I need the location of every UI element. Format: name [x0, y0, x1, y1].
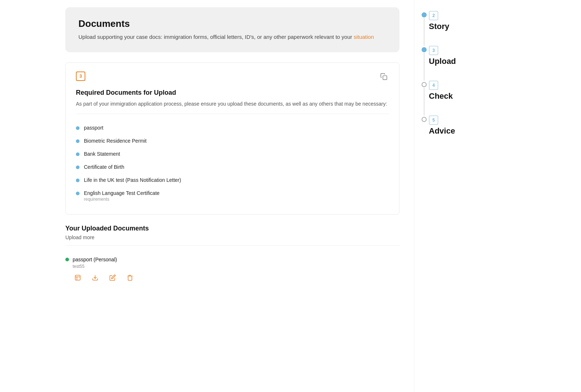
step-number-story: 2 — [429, 11, 438, 20]
doc-name-with-sub: English Language Test Certificate requir… — [84, 190, 159, 202]
step-number-check: 4 — [429, 81, 438, 90]
step-dot-upload — [422, 47, 427, 52]
documents-title: Documents — [78, 18, 386, 29]
uploaded-doc-name: passport (Personal) — [73, 257, 117, 262]
documents-description: Upload supporting your case docs: immigr… — [78, 33, 386, 41]
required-docs-description: As part of your immigration application … — [76, 100, 389, 114]
step-label-check: Check — [429, 91, 453, 101]
required-documents-section: 3 Required Documents for Upload As part … — [65, 62, 399, 215]
uploaded-doc-item: passport (Personal) test55 — [65, 252, 399, 288]
doc-name: Certificate of Birth — [84, 164, 124, 170]
doc-name: Life in the UK test (Pass Notification L… — [84, 177, 181, 183]
required-documents-list: passport Biometric Residence Permit Bank… — [76, 121, 389, 205]
sidebar-step-check[interactable]: 4 Check — [422, 73, 487, 108]
list-item: Certificate of Birth — [76, 160, 389, 173]
main-content: Documents Upload supporting your case do… — [0, 0, 414, 392]
sidebar-step-story[interactable]: 2 Story — [422, 4, 487, 38]
documents-header-card: Documents Upload supporting your case do… — [65, 7, 399, 52]
section-header: 3 — [76, 72, 389, 82]
step-label-advice: Advice — [429, 126, 455, 136]
step-dot-advice — [422, 117, 427, 122]
step-label-upload: Upload — [429, 57, 456, 66]
doc-actions — [73, 273, 399, 283]
list-bullet — [76, 139, 80, 143]
copy-button[interactable] — [379, 72, 389, 82]
download-doc-button[interactable] — [90, 273, 100, 283]
list-item: passport — [76, 121, 389, 134]
step-top-advice: 5 — [429, 115, 438, 125]
doc-name: passport — [84, 125, 103, 131]
sidebar-step-upload[interactable]: 3 Upload — [422, 38, 487, 73]
view-doc-button[interactable] — [73, 273, 83, 283]
list-bullet — [76, 192, 80, 195]
sidebar-step-advice[interactable]: 5 Advice — [422, 108, 487, 143]
uploaded-doc-filename: test55 — [73, 264, 399, 269]
step-top-check: 4 — [429, 81, 438, 90]
upload-more-link[interactable]: Upload more — [65, 234, 399, 246]
uploaded-docs-heading: Your Uploaded Documents — [65, 225, 399, 232]
right-sidebar: 2 Story 3 Upload 4 Check 5 Advi — [414, 0, 494, 392]
description-text-start: Upload supporting your case docs: immigr… — [78, 34, 354, 40]
doc-name: English Language Test Certificate — [84, 190, 159, 196]
step-number-advice: 5 — [429, 115, 438, 125]
svg-rect-0 — [383, 75, 387, 79]
list-item: Biometric Residence Permit — [76, 134, 389, 147]
svg-rect-1 — [75, 275, 80, 280]
list-bullet — [76, 166, 80, 169]
step-3-badge: 3 — [76, 72, 85, 81]
edit-doc-button[interactable] — [107, 273, 118, 283]
uploaded-documents-section: Your Uploaded Documents Upload more pass… — [65, 225, 399, 288]
status-dot-green — [65, 258, 69, 261]
doc-name: Bank Statement — [84, 151, 120, 157]
delete-doc-button[interactable] — [125, 273, 135, 283]
list-bullet — [76, 179, 80, 182]
situation-link[interactable]: situation — [354, 34, 374, 40]
step-top-story: 2 — [429, 11, 438, 20]
doc-sub-text: requirements — [84, 197, 159, 202]
list-item: Bank Statement — [76, 147, 389, 160]
required-docs-heading: Required Documents for Upload — [76, 89, 389, 97]
list-bullet — [76, 126, 80, 130]
step-dot-check — [422, 82, 427, 87]
step-top-upload: 3 — [429, 46, 438, 55]
doc-name: Biometric Residence Permit — [84, 138, 147, 144]
step-dot-story — [422, 12, 427, 17]
list-item: English Language Test Certificate requir… — [76, 187, 389, 205]
uploaded-doc-header: passport (Personal) — [65, 257, 399, 262]
step-number-upload: 3 — [429, 46, 438, 55]
list-bullet — [76, 152, 80, 156]
step-label-story: Story — [429, 22, 449, 31]
list-item: Life in the UK test (Pass Notification L… — [76, 173, 389, 187]
